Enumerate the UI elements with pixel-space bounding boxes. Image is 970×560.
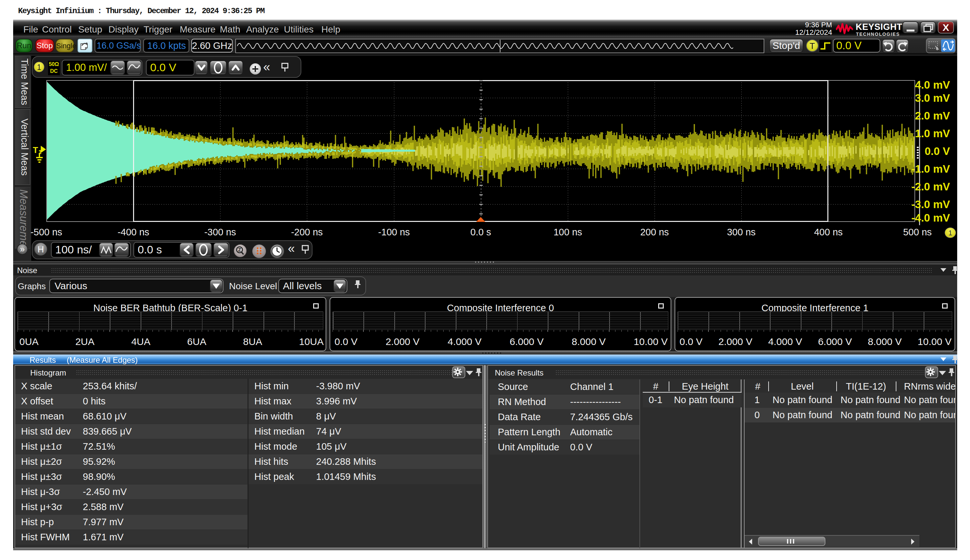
svg-text:Z: Z [238,247,241,252]
